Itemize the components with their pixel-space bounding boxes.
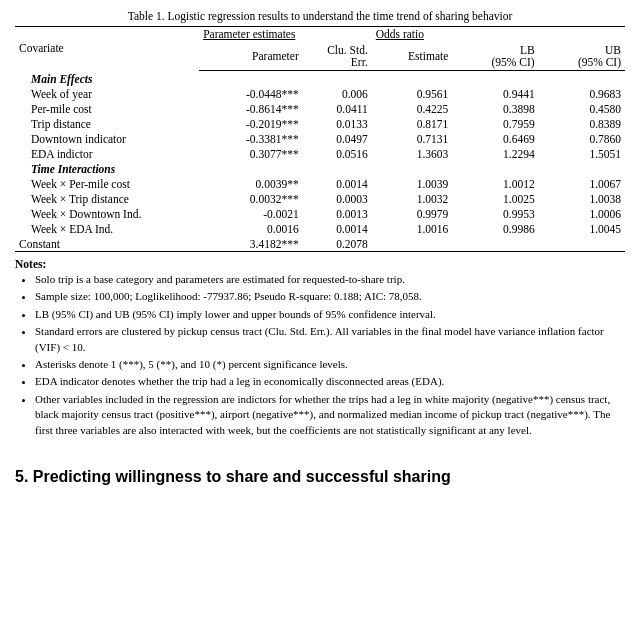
ub-cell: 1.0067: [539, 176, 625, 191]
se-cell: 0.0003: [303, 191, 372, 206]
param-cell: -0.3381***: [199, 131, 303, 146]
est-cell: 1.0016: [372, 221, 453, 236]
se-cell: 0.0133: [303, 116, 372, 131]
param-cell: -0.0021: [199, 206, 303, 221]
param-cell: 0.0032***: [199, 191, 303, 206]
table-title: Table 1. Logistic regression results to …: [15, 10, 625, 22]
covariate-cell: Per-mile cost: [15, 101, 199, 116]
covariate-cell: Week × EDA Ind.: [15, 221, 199, 236]
covariate-cell: Downtown indicator: [15, 131, 199, 146]
lb-cell: 0.9441: [452, 86, 538, 101]
constant-se: 0.2078: [303, 236, 372, 252]
odds-ratio-header: Odds ratio: [372, 27, 625, 43]
table-row: Per-mile cost -0.8614*** 0.0411 0.4225 0…: [15, 101, 625, 116]
covariate-cell: Week × Downtown Ind.: [15, 206, 199, 221]
est-cell: 1.0039: [372, 176, 453, 191]
table-row: Trip distance -0.2019*** 0.0133 0.8171 0…: [15, 116, 625, 131]
ub-cell: 1.0045: [539, 221, 625, 236]
note-item-5: EDA indicator denotes whether the trip h…: [35, 374, 625, 389]
ub-cell: 1.0038: [539, 191, 625, 206]
notes-list: Solo trip is a base category and paramet…: [15, 272, 625, 438]
ub-subheader: UB(95% CI): [539, 42, 625, 71]
se-cell: 0.0497: [303, 131, 372, 146]
param-cell: 0.0039**: [199, 176, 303, 191]
constant-label: Constant: [15, 236, 199, 252]
note-item-0: Solo trip is a base category and paramet…: [35, 272, 625, 287]
param-cell: 0.3077***: [199, 146, 303, 161]
table-row: Week × EDA Ind. 0.0016 0.0014 1.0016 0.9…: [15, 221, 625, 236]
ub-cell: 0.8389: [539, 116, 625, 131]
covariate-cell: Week × Per-mile cost: [15, 176, 199, 191]
lb-cell: 0.9953: [452, 206, 538, 221]
covariate-cell: Week × Trip distance: [15, 191, 199, 206]
estimate-subheader: Estimate: [372, 42, 453, 71]
est-cell: 1.0032: [372, 191, 453, 206]
lb-cell: 1.0012: [452, 176, 538, 191]
lb-cell: 0.9986: [452, 221, 538, 236]
constant-est: [372, 236, 453, 252]
covariate-cell: Trip distance: [15, 116, 199, 131]
se-cell: 0.0411: [303, 101, 372, 116]
se-cell: 0.0014: [303, 221, 372, 236]
est-cell: 0.4225: [372, 101, 453, 116]
note-item-2: LB (95% CI) and UB (95% CI) imply lower …: [35, 307, 625, 322]
ub-cell: 1.0006: [539, 206, 625, 221]
param-cell: -0.2019***: [199, 116, 303, 131]
table-row: Downtown indicator -0.3381*** 0.0497 0.7…: [15, 131, 625, 146]
constant-row: Constant 3.4182*** 0.2078: [15, 236, 625, 252]
ub-cell: 1.5051: [539, 146, 625, 161]
param-estimates-header: Parameter estimates: [199, 27, 372, 43]
se-cell: 0.006: [303, 86, 372, 101]
se-cell: 0.0516: [303, 146, 372, 161]
table-row: Week × Downtown Ind. -0.0021 0.0013 0.99…: [15, 206, 625, 221]
notes-title: Notes:: [15, 258, 625, 270]
lb-cell: 1.0025: [452, 191, 538, 206]
note-item-3: Standard errors are clustered by pickup …: [35, 324, 625, 355]
clu-std-err-subheader: Clu. Std.Err.: [303, 42, 372, 71]
covariate-cell: EDA indictor: [15, 146, 199, 161]
constant-lb: [452, 236, 538, 252]
est-cell: 0.8171: [372, 116, 453, 131]
constant-param: 3.4182***: [199, 236, 303, 252]
se-cell: 0.0014: [303, 176, 372, 191]
est-cell: 0.9561: [372, 86, 453, 101]
est-cell: 0.9979: [372, 206, 453, 221]
param-cell: 0.0016: [199, 221, 303, 236]
param-cell: -0.0448***: [199, 86, 303, 101]
lb-cell: 0.7959: [452, 116, 538, 131]
se-cell: 0.0013: [303, 206, 372, 221]
param-cell: -0.8614***: [199, 101, 303, 116]
lb-cell: 0.6469: [452, 131, 538, 146]
parameter-subheader: Parameter: [199, 42, 303, 71]
table-row: Week of year -0.0448*** 0.006 0.9561 0.9…: [15, 86, 625, 101]
ub-cell: 0.9683: [539, 86, 625, 101]
lb-cell: 0.3898: [452, 101, 538, 116]
lb-subheader: LB(95% CI): [452, 42, 538, 71]
est-cell: 0.7131: [372, 131, 453, 146]
table-row: EDA indictor 0.3077*** 0.0516 1.3603 1.2…: [15, 146, 625, 161]
table-row: Week × Trip distance 0.0032*** 0.0003 1.…: [15, 191, 625, 206]
ub-cell: 0.7860: [539, 131, 625, 146]
section-header-0: Main Effects: [15, 71, 625, 87]
ub-cell: 0.4580: [539, 101, 625, 116]
note-item-4: Asterisks denote 1 (***), 5 (**), and 10…: [35, 357, 625, 372]
table-row: Week × Per-mile cost 0.0039** 0.0014 1.0…: [15, 176, 625, 191]
constant-ub: [539, 236, 625, 252]
est-cell: 1.3603: [372, 146, 453, 161]
note-item-6: Other variables included in the regressi…: [35, 392, 625, 438]
section-title: 5. Predicting willingness to share and s…: [15, 468, 625, 486]
note-item-1: Sample size: 100,000; Loglikelihood: -77…: [35, 289, 625, 304]
covariate-header: Covariate: [15, 27, 199, 71]
covariate-cell: Week of year: [15, 86, 199, 101]
section-header-1: Time Interactions: [15, 161, 625, 176]
lb-cell: 1.2294: [452, 146, 538, 161]
